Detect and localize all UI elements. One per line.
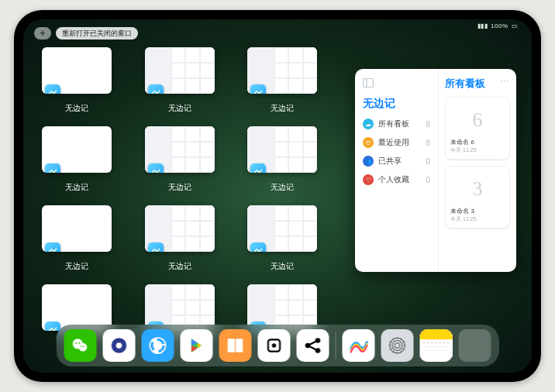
dock-app-folder[interactable] <box>459 329 491 362</box>
sidebar-icon <box>363 77 430 91</box>
thumbnail-label: 无边记 <box>168 261 191 272</box>
category-row[interactable]: ⏱最近使用8 <box>363 137 430 148</box>
ipad-frame: ▮▮▮ 100% ▭ + 重新打开已关闭的窗口 无边记无边记无边记无边记无边记无… <box>14 10 541 382</box>
window-thumbnail[interactable]: 无边记 <box>145 126 215 193</box>
category-label: 最近使用 <box>378 137 409 148</box>
svg-point-15 <box>272 343 276 347</box>
thumbnail-label: 无边记 <box>168 182 191 193</box>
thumbnail-label: 无边记 <box>271 261 294 272</box>
category-icon: ⏱ <box>363 137 374 148</box>
thumbnail-label: 无边记 <box>271 182 294 193</box>
category-count: 8 <box>426 139 431 147</box>
svg-point-7 <box>84 346 85 347</box>
window-thumbnail[interactable]: 无边记 <box>247 126 317 193</box>
screen: ▮▮▮ 100% ▭ + 重新打开已关闭的窗口 无边记无边记无边记无边记无边记无… <box>23 19 532 373</box>
dock-app-dice[interactable] <box>258 329 291 362</box>
app-expose: 无边记无边记无边记无边记无边记无边记无边记无边记无边记无边记无边记无边记 <box>42 47 329 351</box>
board-time: 今天 11:25 <box>450 146 505 154</box>
board-name: 未命名 3 <box>450 207 505 215</box>
dock-app-books[interactable] <box>219 329 252 362</box>
category-row[interactable]: 👥已共享0 <box>363 156 430 167</box>
dock-app-notes[interactable] <box>420 329 453 362</box>
dock-app-share[interactable] <box>297 329 329 362</box>
board-name: 未命名 6 <box>450 138 505 146</box>
category-count: 0 <box>426 157 431 166</box>
dock-app-freeform[interactable] <box>343 329 375 362</box>
board-glyph: 3 <box>473 177 483 201</box>
svg-point-4 <box>75 342 77 344</box>
svg-point-5 <box>78 342 80 344</box>
more-icon[interactable]: ··· <box>500 75 510 86</box>
category-row[interactable]: ☁所有看板8 <box>363 119 430 129</box>
freeform-app-icon <box>148 163 164 173</box>
window-thumbnail[interactable]: 无边记 <box>145 47 215 114</box>
category-count: 0 <box>426 176 431 184</box>
svg-line-19 <box>309 342 316 345</box>
thumbnail-label: 无边记 <box>65 182 88 193</box>
svg-rect-0 <box>364 79 374 88</box>
window-thumbnail[interactable]: 无边记 <box>42 205 112 272</box>
category-count: 8 <box>426 120 431 129</box>
dock-app-quark[interactable] <box>103 329 136 362</box>
board-glyph: 6 <box>473 108 483 132</box>
freeform-app-icon <box>148 84 164 94</box>
category-label: 已共享 <box>378 156 402 167</box>
dock-app-wechat[interactable] <box>64 329 97 362</box>
category-label: 所有看板 <box>378 119 409 129</box>
freeform-app-icon <box>45 163 60 173</box>
board-card[interactable]: 6未命名 6今天 11:25 <box>445 97 510 160</box>
thumbnail-label: 无边记 <box>168 103 191 114</box>
category-icon: ♡ <box>363 174 374 185</box>
svg-point-23 <box>395 343 400 349</box>
thumbnail-label: 无边记 <box>65 103 88 114</box>
thumbnail-label: 无边记 <box>65 261 88 272</box>
svg-point-6 <box>81 346 82 347</box>
window-thumbnail[interactable]: 无边记 <box>247 205 317 272</box>
svg-point-3 <box>78 343 87 352</box>
svg-rect-13 <box>236 339 243 352</box>
dock-app-settings[interactable] <box>381 329 414 362</box>
freeform-app-icon <box>250 84 266 94</box>
signal-icon: ▮▮▮ <box>477 22 488 29</box>
dock <box>57 325 499 366</box>
dock-app-qqbrowser[interactable] <box>142 329 174 362</box>
battery-icon: ▭ <box>512 22 519 29</box>
dock-app-play[interactable] <box>181 329 213 362</box>
freeform-app-icon <box>45 322 60 331</box>
category-label: 个人收藏 <box>378 174 409 185</box>
app-preview-panel: 无边记 ☁所有看板8⏱最近使用8👥已共享0♡个人收藏0 ··· 所有看板 6未命… <box>355 69 516 272</box>
svg-point-22 <box>392 341 402 351</box>
category-icon: ☁ <box>363 119 374 129</box>
new-window-button[interactable]: + <box>34 27 51 40</box>
board-time: 今天 11:25 <box>450 215 505 223</box>
svg-line-20 <box>309 346 316 349</box>
svg-point-9 <box>116 342 122 349</box>
freeform-app-icon <box>250 242 266 252</box>
freeform-app-icon <box>148 242 164 252</box>
freeform-app-icon <box>45 242 60 252</box>
window-thumbnail[interactable]: 无边记 <box>145 205 215 272</box>
status-bar: ▮▮▮ 100% ▭ <box>477 22 518 29</box>
board-card[interactable]: 3未命名 3今天 11:25 <box>445 166 510 229</box>
category-icon: 👥 <box>363 156 374 167</box>
thumbnail-label: 无边记 <box>271 103 294 114</box>
window-thumbnail[interactable]: 无边记 <box>247 47 317 114</box>
svg-rect-12 <box>228 339 235 352</box>
window-thumbnail[interactable]: 无边记 <box>42 47 112 114</box>
dock-separator <box>336 332 336 359</box>
freeform-app-icon <box>45 84 60 94</box>
panel-left-title: 无边记 <box>363 97 430 111</box>
freeform-app-icon <box>250 163 266 173</box>
reopen-closed-window-button[interactable]: 重新打开已关闭的窗口 <box>56 27 138 40</box>
battery-label: 100% <box>491 22 508 29</box>
window-thumbnail[interactable]: 无边记 <box>42 126 112 193</box>
category-row[interactable]: ♡个人收藏0 <box>363 174 430 185</box>
